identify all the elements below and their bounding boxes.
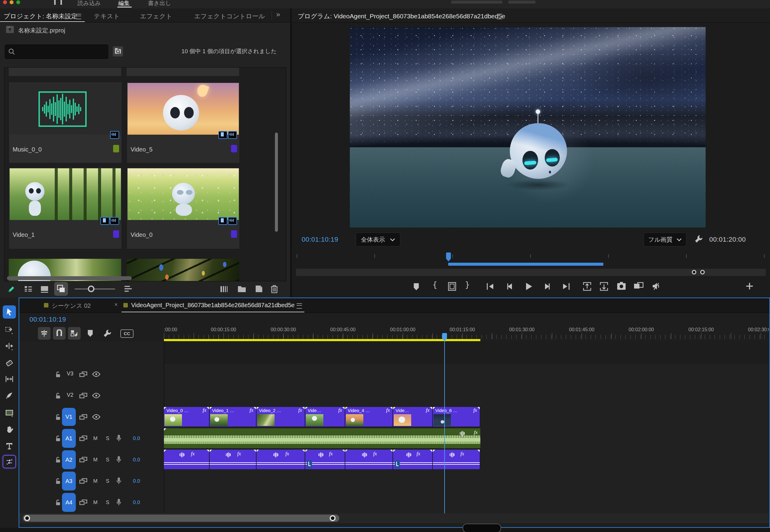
timeline-clip-audio-2[interactable]: fx bbox=[256, 450, 305, 469]
sync-lock-icon[interactable] bbox=[79, 478, 87, 484]
tab-effect-controls[interactable]: エフェクトコントロール bbox=[194, 12, 265, 20]
label-chip-violet[interactable] bbox=[231, 145, 237, 152]
sync-lock-icon[interactable] bbox=[79, 499, 87, 506]
fx-badge[interactable]: fx bbox=[237, 451, 241, 457]
track-target-v1[interactable]: V1 bbox=[62, 408, 76, 426]
sync-lock-icon[interactable] bbox=[79, 371, 87, 378]
lock-icon[interactable] bbox=[55, 435, 61, 442]
track-header-v1[interactable]: V1 bbox=[19, 406, 164, 428]
export-frame-icon[interactable] bbox=[617, 282, 626, 291]
track-header-v2[interactable]: V2 bbox=[19, 385, 164, 406]
timeline-clip-audio-3[interactable]: fx bbox=[305, 450, 345, 469]
label-chip-green[interactable] bbox=[113, 145, 119, 152]
timeline-scrollbar-track[interactable] bbox=[19, 513, 769, 523]
list-view-icon[interactable] bbox=[24, 286, 33, 293]
timeline-clip-video-1[interactable]: Video_1 …fx bbox=[210, 407, 256, 427]
track-visibility-eye-icon[interactable] bbox=[92, 414, 100, 420]
bin-item-name[interactable]: Video_5 bbox=[130, 146, 152, 153]
new-item-icon[interactable] bbox=[254, 284, 263, 293]
bin-item-video-1[interactable]: Video_1 bbox=[9, 167, 122, 249]
new-bin-icon[interactable] bbox=[237, 284, 247, 293]
fx-badge[interactable]: fx bbox=[298, 407, 302, 413]
home-icon[interactable] bbox=[54, 0, 62, 5]
track-gain-value[interactable]: 0.0 bbox=[133, 457, 140, 463]
lift-icon[interactable] bbox=[582, 281, 592, 292]
close-tab-icon[interactable]: × bbox=[114, 301, 118, 308]
track-name[interactable]: V3 bbox=[67, 371, 73, 377]
add-marker-icon[interactable] bbox=[413, 283, 419, 291]
timeline-marker-icon[interactable] bbox=[87, 329, 93, 337]
step-back-icon[interactable] bbox=[505, 282, 514, 291]
timeline-clip-video-4[interactable]: Video_4 …fx bbox=[345, 407, 393, 427]
panel-resize-handle[interactable] bbox=[463, 524, 501, 532]
writable-pencil-icon[interactable] bbox=[7, 285, 16, 294]
snap-toggle-button[interactable] bbox=[53, 327, 66, 340]
video-badge[interactable] bbox=[100, 217, 109, 225]
timeline-clip-audio-5[interactable]: fx bbox=[393, 450, 433, 469]
solo-button[interactable]: S bbox=[106, 436, 109, 442]
voiceover-mic-icon[interactable] bbox=[116, 477, 121, 485]
scrub-progress-bar[interactable] bbox=[448, 263, 603, 266]
vertical-scrollbar[interactable] bbox=[275, 133, 278, 232]
timeline-clip-video-0[interactable]: Video_0 …fx bbox=[164, 407, 209, 427]
fx-badge[interactable]: fx bbox=[285, 451, 289, 457]
lock-icon[interactable] bbox=[55, 414, 61, 421]
fx-badge[interactable]: fx bbox=[191, 451, 195, 457]
fx-badge[interactable]: fx bbox=[386, 407, 390, 413]
lock-icon[interactable] bbox=[55, 478, 61, 485]
program-playhead-handle[interactable] bbox=[446, 252, 451, 261]
voiceover-mic-icon[interactable] bbox=[116, 456, 121, 463]
track-visibility-eye-icon[interactable] bbox=[92, 393, 100, 398]
rectangle-tool[interactable] bbox=[3, 406, 16, 419]
voiceover-mic-icon[interactable] bbox=[116, 498, 121, 506]
nest-as-sequence-button[interactable] bbox=[38, 327, 51, 340]
grid-view-button-active[interactable] bbox=[54, 282, 68, 296]
track-gain-value[interactable]: 0.0 bbox=[133, 436, 140, 442]
track-header-v3[interactable]: V3 bbox=[19, 364, 164, 385]
lock-icon[interactable] bbox=[55, 456, 61, 463]
tab-project[interactable]: プロジェクト: 名称未設定 bbox=[4, 12, 78, 20]
track-gain-value[interactable]: 0.0 bbox=[133, 478, 140, 484]
go-to-in-icon[interactable] bbox=[486, 282, 495, 291]
selection-tool[interactable] bbox=[3, 305, 16, 319]
panel-menu-icon[interactable] bbox=[296, 303, 302, 309]
timeline-clip-audio-6[interactable]: fx bbox=[433, 450, 480, 469]
fx-badge[interactable]: fx bbox=[461, 451, 464, 457]
solo-button[interactable]: S bbox=[106, 478, 109, 484]
settings-wrench-icon[interactable] bbox=[694, 234, 703, 243]
mute-button[interactable]: M bbox=[93, 457, 97, 463]
mute-button[interactable]: M bbox=[93, 478, 97, 484]
ripple-edit-tool[interactable] bbox=[3, 339, 16, 353]
extract-icon[interactable] bbox=[599, 281, 609, 292]
safe-margins-icon[interactable] bbox=[447, 281, 457, 292]
bin-item-music-0-0[interactable]: Music_0_0 bbox=[9, 82, 122, 163]
track-header-a3[interactable]: A3 M S 0.0 bbox=[19, 470, 164, 492]
fx-badge[interactable]: fx bbox=[203, 407, 206, 413]
step-forward-icon[interactable] bbox=[543, 282, 552, 291]
playback-quality-dropdown[interactable]: フル画質 bbox=[644, 233, 686, 246]
track-visibility-eye-icon[interactable] bbox=[92, 371, 100, 377]
timeline-scrollbar-thumb[interactable] bbox=[23, 515, 339, 522]
audio-badge[interactable] bbox=[228, 217, 237, 225]
close-window-button[interactable] bbox=[3, 0, 7, 4]
timeline-clip-audio-4[interactable]: fx bbox=[345, 450, 393, 469]
fx-badge[interactable]: fx bbox=[338, 407, 342, 413]
sync-lock-icon[interactable] bbox=[79, 435, 87, 442]
sync-lock-icon[interactable] bbox=[79, 392, 87, 399]
timeline-clip-video-3[interactable]: Vide…fx bbox=[305, 407, 345, 427]
timeline-clip-video-6[interactable]: Video_6 …fx bbox=[433, 407, 480, 427]
bin-item-video-0[interactable]: Video_0 bbox=[127, 167, 240, 249]
zoom-handle-left[interactable] bbox=[692, 270, 696, 274]
audio-badge[interactable] bbox=[110, 217, 119, 225]
lock-icon[interactable] bbox=[55, 499, 61, 506]
lock-icon[interactable] bbox=[55, 392, 61, 399]
voiceover-mic-icon[interactable] bbox=[116, 434, 121, 442]
timeline-clip-video-5[interactable]: Vide…fx bbox=[393, 407, 433, 427]
track-target-a1[interactable]: A1 bbox=[62, 429, 76, 448]
zoom-slider-track[interactable] bbox=[75, 289, 115, 289]
razor-tool[interactable] bbox=[3, 356, 16, 370]
tab-text[interactable]: テキスト bbox=[94, 12, 120, 20]
timeline-settings-wrench-icon[interactable] bbox=[103, 329, 112, 338]
fx-badge[interactable]: fx bbox=[417, 451, 420, 457]
timeline-playhead-line[interactable] bbox=[444, 335, 445, 513]
